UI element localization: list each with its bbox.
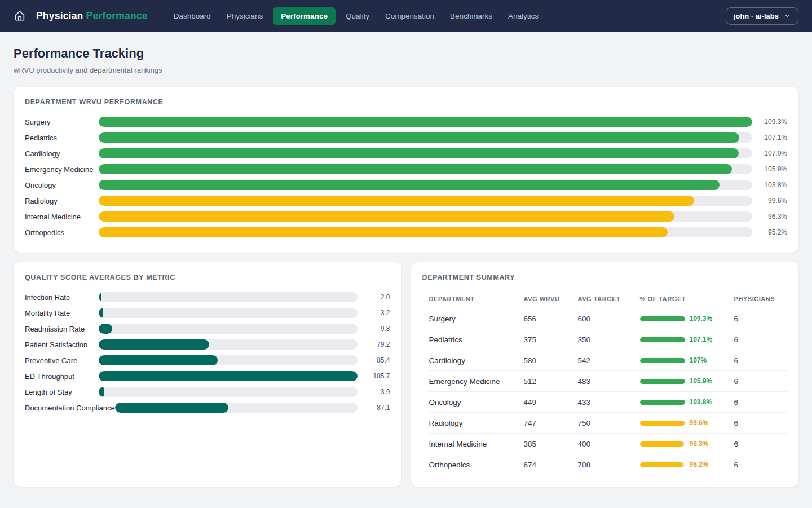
- department-summary-card: DEPARTMENT SUMMARY DEPARTMENTAVG WRVUAVG…: [411, 262, 799, 487]
- cell-department: Oncology: [429, 398, 524, 407]
- column-header-avg-wrvu: AVG WRVU: [524, 295, 578, 302]
- cell-avg-target: 433: [578, 398, 640, 407]
- bar-label: Internal Medicine: [25, 213, 99, 221]
- bar-value: 96.3%: [757, 213, 787, 220]
- bar-value: 95.2%: [757, 228, 787, 236]
- table-row: Cardiology580542107%6: [429, 350, 788, 371]
- bar-row-emergency-medicine: Emergency Medicine105.9%: [25, 161, 787, 177]
- bar-value: 109.3%: [757, 118, 787, 126]
- bar-fill: [99, 132, 739, 143]
- bar-value: 105.9%: [757, 165, 787, 173]
- bar-value: 185.7: [362, 372, 390, 380]
- nav-item-quality[interactable]: Quality: [340, 7, 375, 25]
- pct-label: 95.2%: [690, 461, 709, 469]
- nav-item-physicians[interactable]: Physicians: [221, 7, 269, 25]
- bar-label: Emergency Medicine: [25, 165, 99, 174]
- pct-label: 107.1%: [690, 335, 713, 343]
- user-menu-button[interactable]: john · ai-labs: [726, 7, 798, 25]
- bar-row-documentation-compliance: Documentation Compliance87.1: [25, 400, 390, 416]
- brand-accent: Performance: [86, 10, 148, 21]
- nav-item-compensation[interactable]: Compensation: [379, 7, 440, 25]
- cell-physicians: 6: [734, 356, 788, 365]
- pct-label: 105.9%: [690, 377, 713, 385]
- pct-label: 99.6%: [690, 419, 709, 427]
- nav-item-dashboard[interactable]: Dashboard: [168, 7, 217, 25]
- bar-fill: [99, 196, 694, 206]
- table-row: Surgery656600109.3%6: [429, 308, 788, 329]
- cell-avg-target: 750: [578, 419, 640, 427]
- cell-avg-wrvu: 747: [524, 419, 578, 427]
- nav-item-benchmarks[interactable]: Benchmarks: [444, 7, 498, 25]
- mini-bar-fill: [640, 462, 683, 467]
- bar-row-cardiology: Cardiology107.0%: [25, 145, 787, 161]
- cell-department: Radiology: [429, 419, 524, 427]
- bar-track: [99, 196, 752, 206]
- bar-track: [99, 308, 358, 318]
- bar-label: Preventive Care: [25, 356, 99, 365]
- cell-department: Orthopedics: [429, 461, 524, 469]
- cell-pct-of-target: 96.3%: [640, 440, 734, 448]
- cell-physicians: 6: [734, 335, 788, 344]
- pct-label: 103.8%: [690, 398, 713, 406]
- bar-fill: [99, 148, 739, 158]
- page-title: Performance Tracking: [14, 46, 798, 61]
- brand-primary: Physician: [36, 10, 83, 21]
- nav-item-performance[interactable]: Performance: [273, 7, 336, 25]
- bar-label: Cardiology: [25, 149, 99, 158]
- bar-label: ED Throughput: [25, 372, 99, 381]
- cell-department: Cardiology: [429, 356, 524, 365]
- bar-label: Orthopedics: [25, 228, 99, 237]
- cell-avg-wrvu: 580: [524, 356, 578, 365]
- bar-value: 107.1%: [757, 134, 787, 142]
- mini-bar-track: [640, 421, 685, 426]
- bar-label: Radiology: [25, 197, 99, 205]
- bar-track: [99, 227, 752, 237]
- table-row: Orthopedics67470895.2%6: [429, 454, 788, 475]
- brand-link[interactable]: Physician Performance: [14, 10, 148, 22]
- table-row: Internal Medicine38540096.3%6: [429, 434, 788, 454]
- user-menu-label: john · ai-labs: [734, 12, 779, 20]
- pct-label: 107%: [690, 356, 707, 364]
- bar-track: [99, 148, 752, 158]
- mini-bar-track: [640, 441, 685, 447]
- summary-card-title: DEPARTMENT SUMMARY: [422, 273, 788, 281]
- bar-row-internal-medicine: Internal Medicine96.3%: [25, 209, 787, 224]
- cell-avg-wrvu: 512: [524, 377, 578, 386]
- bar-track: [99, 211, 752, 222]
- bar-row-surgery: Surgery109.3%: [25, 114, 787, 130]
- bar-row-patient-satisfaction: Patient Satisfaction79.2: [25, 337, 390, 352]
- cell-department: Emergency Medicine: [429, 377, 524, 386]
- wrvu-card-title: DEPARTMENT WRVU PERFORMANCE: [25, 98, 787, 106]
- cell-avg-wrvu: 674: [524, 461, 578, 469]
- bar-track: [99, 180, 752, 190]
- bar-fill: [99, 211, 674, 222]
- cell-avg-wrvu: 656: [524, 315, 578, 323]
- bar-fill: [115, 403, 229, 413]
- bar-fill: [99, 308, 103, 318]
- cell-physicians: 6: [734, 419, 788, 427]
- cell-physicians: 6: [734, 377, 788, 386]
- mini-bar-fill: [640, 441, 683, 447]
- table-row: Pediatrics375350107.1%6: [429, 329, 788, 350]
- bar-row-infection-rate: Infection Rate2.0: [25, 289, 390, 305]
- cell-avg-target: 708: [578, 461, 640, 469]
- cell-avg-wrvu: 385: [524, 440, 578, 448]
- bar-fill: [99, 387, 104, 397]
- bar-label: Pediatrics: [25, 134, 99, 142]
- bar-value: 2.0: [362, 293, 390, 301]
- bar-fill: [99, 164, 732, 174]
- pct-label: 96.3%: [690, 440, 709, 448]
- bar-row-preventive-care: Preventive Care85.4: [25, 352, 390, 368]
- top-navbar: Physician Performance DashboardPhysician…: [0, 0, 812, 32]
- department-summary-table: DEPARTMENTAVG WRVUAVG TARGET% OF TARGETP…: [429, 289, 788, 475]
- bar-label: Infection Rate: [25, 293, 99, 302]
- mini-bar-track: [640, 400, 685, 405]
- cell-physicians: 6: [734, 461, 788, 469]
- cell-physicians: 6: [734, 315, 788, 323]
- bar-label: Surgery: [25, 118, 99, 126]
- nav-item-analytics[interactable]: Analytics: [502, 7, 544, 25]
- column-header--of-target: % OF TARGET: [640, 295, 734, 302]
- mini-bar-track: [640, 316, 685, 321]
- cell-pct-of-target: 105.9%: [640, 377, 734, 385]
- bar-row-length-of-stay: Length of Stay3.9: [25, 384, 390, 400]
